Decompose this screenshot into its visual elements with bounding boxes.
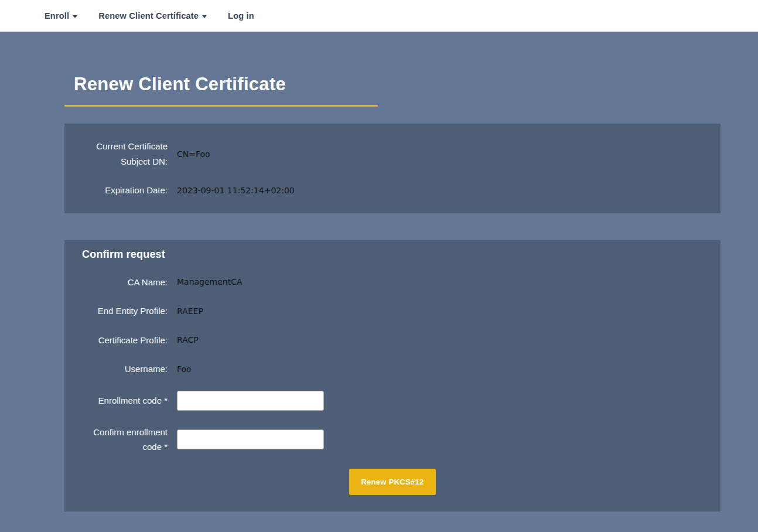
expiration-date-label: Expiration Date:: [82, 183, 168, 198]
confirm-enrollment-code-row: Confirm enrollment code *: [82, 425, 703, 455]
subject-dn-label: Current Certificate Subject DN:: [82, 139, 168, 169]
ca-name-row: CA Name: ManagementCA: [82, 275, 703, 290]
subject-dn-row: Current Certificate Subject DN: CN=Foo: [82, 139, 703, 169]
confirm-request-panel: Confirm request CA Name: ManagementCA En…: [64, 240, 721, 511]
expiration-date-row: Expiration Date: 2023-09-01 11:52:14+02:…: [82, 183, 703, 198]
confirm-enrollment-code-input[interactable]: [177, 429, 324, 449]
ca-name-value: ManagementCA: [177, 277, 243, 287]
enrollment-code-label: Enrollment code *: [82, 393, 168, 408]
ca-name-label: CA Name:: [82, 275, 168, 290]
certificate-profile-row: Certificate Profile: RACP: [82, 333, 703, 348]
confirm-enrollment-code-label: Confirm enrollment code *: [82, 425, 168, 455]
confirm-request-heading: Confirm request: [82, 248, 703, 261]
caret-down-icon: [73, 15, 77, 18]
end-entity-profile-value: RAEEP: [177, 306, 203, 316]
enrollment-code-input[interactable]: [177, 391, 324, 411]
enrollment-code-row: Enrollment code *: [82, 391, 703, 411]
page-title: Renew Client Certificate: [64, 74, 721, 95]
subject-dn-value: CN=Foo: [177, 149, 210, 159]
submit-button-row: Renew PKCS#12: [82, 469, 703, 495]
certificate-profile-value: RACP: [177, 335, 199, 345]
title-underline: [64, 105, 378, 107]
nav-item-log-in[interactable]: Log in: [228, 11, 254, 21]
top-navbar: Enroll Renew Client Certificate Log in: [0, 0, 758, 32]
nav-item-renew-client-certificate[interactable]: Renew Client Certificate: [98, 11, 207, 21]
expiration-date-value: 2023-09-01 11:52:14+02:00: [177, 186, 295, 195]
end-entity-profile-row: End Entity Profile: RAEEP: [82, 303, 703, 319]
renew-pkcs12-button[interactable]: Renew PKCS#12: [349, 469, 435, 495]
username-label: Username:: [82, 362, 168, 377]
username-value: Foo: [177, 364, 192, 374]
end-entity-profile-label: End Entity Profile:: [82, 303, 168, 319]
nav-item-enroll[interactable]: Enroll: [45, 11, 77, 21]
username-row: Username: Foo: [82, 362, 703, 377]
caret-down-icon: [202, 15, 207, 18]
main-content: Renew Client Certificate Current Certifi…: [64, 74, 721, 511]
nav-item-enroll-label: Enroll: [45, 11, 69, 21]
certificate-profile-label: Certificate Profile:: [82, 333, 168, 348]
certificate-info-panel: Current Certificate Subject DN: CN=Foo E…: [64, 124, 721, 213]
nav-item-login-label: Log in: [228, 11, 254, 21]
nav-item-renew-label: Renew Client Certificate: [98, 11, 199, 21]
